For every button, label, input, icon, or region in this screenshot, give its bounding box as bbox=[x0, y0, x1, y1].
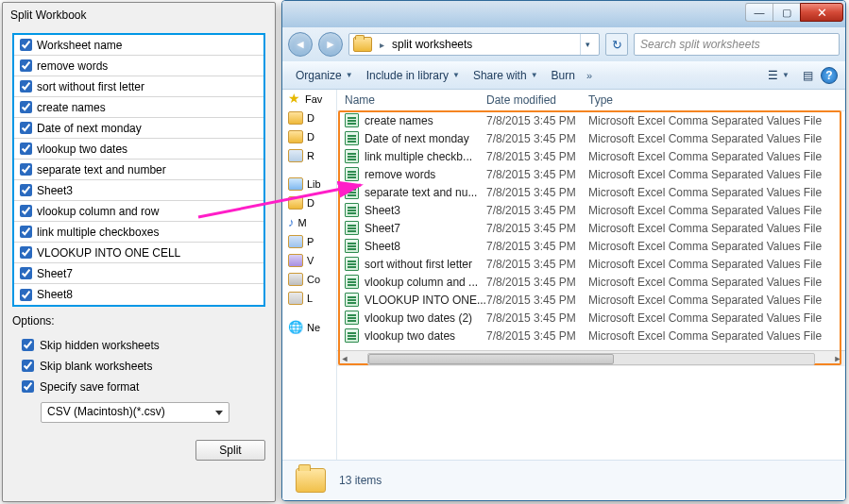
breadcrumb-sep-icon: ▸ bbox=[380, 40, 384, 50]
refresh-button[interactable]: ↻ bbox=[605, 33, 628, 56]
tree-item[interactable]: Lib bbox=[282, 175, 336, 193]
file-date: 7/8/2015 3:45 PM bbox=[486, 276, 588, 289]
col-type[interactable]: Type bbox=[588, 93, 845, 107]
file-name: vlookup column and ... bbox=[365, 276, 478, 289]
tree-item[interactable]: Co bbox=[282, 270, 336, 289]
worksheet-row[interactable]: separate text and number bbox=[14, 160, 263, 180]
worksheet-row[interactable]: vlookup column and row bbox=[14, 201, 263, 222]
tree-item[interactable]: ♪M bbox=[282, 212, 336, 232]
help-button[interactable]: ? bbox=[821, 67, 838, 84]
worksheet-row[interactable]: create names bbox=[14, 97, 263, 118]
worksheet-row[interactable]: sort without first letter bbox=[14, 76, 263, 97]
file-row[interactable]: create names7/8/2015 3:45 PMMicrosoft Ex… bbox=[337, 111, 845, 129]
option-save-format[interactable]: Specify save format bbox=[18, 378, 263, 395]
format-dropdown[interactable]: CSV (Macintosh)(*.csv) bbox=[41, 402, 229, 423]
horizontal-scrollbar[interactable]: ◄ ► bbox=[337, 350, 845, 366]
file-row[interactable]: sort without first letter7/8/2015 3:45 P… bbox=[337, 255, 845, 273]
skip-hidden-checkbox[interactable] bbox=[22, 339, 34, 351]
worksheet-checkbox[interactable] bbox=[20, 184, 32, 196]
worksheet-row[interactable]: remove words bbox=[14, 56, 263, 76]
minimize-button[interactable]: — bbox=[745, 3, 773, 22]
file-row[interactable]: Date of next monday7/8/2015 3:45 PMMicro… bbox=[337, 129, 845, 147]
worksheet-row[interactable]: Sheet7 bbox=[14, 263, 263, 284]
nav-tree[interactable]: ★FavDDRLibD♪MPVCoL🌐Ne bbox=[282, 90, 337, 460]
col-date[interactable]: Date modified bbox=[486, 93, 588, 107]
file-row[interactable]: separate text and nu...7/8/2015 3:45 PMM… bbox=[337, 183, 845, 201]
file-row[interactable]: Sheet87/8/2015 3:45 PMMicrosoft Excel Co… bbox=[337, 237, 845, 255]
column-headers[interactable]: Name Date modified Type bbox=[337, 90, 845, 111]
worksheet-checkbox[interactable] bbox=[20, 122, 32, 134]
file-name: vlookup two dates (2) bbox=[365, 311, 472, 325]
file-type: Microsoft Excel Comma Separated Values F… bbox=[588, 222, 845, 235]
tree-label: D bbox=[307, 131, 314, 143]
tree-item[interactable]: ★Fav bbox=[282, 90, 336, 109]
preview-pane-button[interactable]: ▤ bbox=[797, 66, 819, 85]
forward-button[interactable]: ► bbox=[318, 32, 343, 57]
scroll-track[interactable] bbox=[367, 353, 815, 365]
tree-item[interactable]: D bbox=[282, 193, 336, 212]
worksheet-checkbox[interactable] bbox=[20, 289, 32, 301]
window-titlebar[interactable]: — ▢ ✕ bbox=[282, 1, 845, 27]
scroll-thumb[interactable] bbox=[368, 354, 614, 364]
toolbar-overflow-icon[interactable]: » bbox=[583, 70, 596, 81]
file-row[interactable]: vlookup column and ...7/8/2015 3:45 PMMi… bbox=[337, 273, 845, 291]
include-menu[interactable]: Include in library▼ bbox=[361, 66, 466, 85]
select-all-checkbox[interactable] bbox=[20, 39, 32, 51]
worksheet-row[interactable]: link multiple checkboxes bbox=[14, 222, 263, 243]
address-bar[interactable]: ▸ split worksheets ▾ bbox=[348, 33, 600, 56]
nav-bar: ◄ ► ▸ split worksheets ▾ ↻ Search split … bbox=[282, 27, 845, 61]
file-row[interactable]: vlookup two dates7/8/2015 3:45 PMMicroso… bbox=[337, 327, 845, 344]
file-row[interactable]: Sheet77/8/2015 3:45 PMMicrosoft Excel Co… bbox=[337, 219, 845, 237]
worksheet-row[interactable]: Sheet8 bbox=[14, 284, 263, 305]
search-box[interactable]: Search split worksheets bbox=[634, 33, 840, 56]
file-type: Microsoft Excel Comma Separated Values F… bbox=[588, 311, 845, 325]
scroll-right-icon[interactable]: ► bbox=[830, 354, 845, 363]
maximize-button[interactable]: ▢ bbox=[773, 3, 801, 22]
worksheet-row[interactable]: Date of next monday bbox=[14, 118, 263, 139]
organize-menu[interactable]: Organize▼ bbox=[290, 66, 359, 85]
file-row[interactable]: link multiple checkb...7/8/2015 3:45 PMM… bbox=[337, 147, 845, 165]
col-name[interactable]: Name bbox=[345, 93, 486, 107]
option-skip-blank[interactable]: Skip blank worksheets bbox=[18, 357, 263, 375]
recent-icon bbox=[288, 149, 303, 162]
file-name: vlookup two dates bbox=[365, 329, 455, 343]
worksheet-checkbox[interactable] bbox=[20, 143, 32, 155]
worksheet-checkbox[interactable] bbox=[20, 80, 32, 92]
worksheet-name: vlookup column and row bbox=[37, 205, 159, 218]
file-date: 7/8/2015 3:45 PM bbox=[486, 132, 588, 145]
tree-item[interactable]: 🌐Ne bbox=[282, 317, 336, 337]
close-button[interactable]: ✕ bbox=[800, 3, 843, 22]
file-row[interactable]: vlookup two dates (2)7/8/2015 3:45 PMMic… bbox=[337, 309, 845, 327]
tree-item[interactable]: P bbox=[282, 232, 336, 251]
worksheet-checkbox[interactable] bbox=[20, 246, 32, 259]
worksheet-checkbox[interactable] bbox=[20, 205, 32, 217]
list-header-row[interactable]: Worksheet name bbox=[14, 35, 263, 56]
worksheet-checkbox[interactable] bbox=[20, 267, 32, 279]
scroll-left-icon[interactable]: ◄ bbox=[337, 354, 352, 363]
tree-item[interactable]: V bbox=[282, 251, 336, 270]
file-row[interactable]: remove words7/8/2015 3:45 PMMicrosoft Ex… bbox=[337, 165, 845, 183]
worksheet-row[interactable]: vlookup two dates bbox=[14, 139, 263, 160]
folder-icon bbox=[353, 37, 372, 52]
file-row[interactable]: Sheet37/8/2015 3:45 PMMicrosoft Excel Co… bbox=[337, 201, 845, 219]
share-menu[interactable]: Share with▼ bbox=[467, 66, 544, 85]
worksheet-checkbox[interactable] bbox=[20, 226, 32, 238]
split-button[interactable]: Split bbox=[195, 440, 265, 461]
tree-item[interactable]: D bbox=[282, 109, 336, 127]
tree-item[interactable]: R bbox=[282, 146, 336, 165]
worksheet-checkbox[interactable] bbox=[20, 163, 32, 176]
address-dropdown[interactable]: ▾ bbox=[580, 34, 595, 55]
file-row[interactable]: VLOOKUP INTO ONE...7/8/2015 3:45 PMMicro… bbox=[337, 291, 845, 309]
save-format-checkbox[interactable] bbox=[22, 380, 34, 393]
worksheet-row[interactable]: Sheet3 bbox=[14, 180, 263, 201]
tree-item[interactable]: L bbox=[282, 289, 336, 308]
worksheet-checkbox[interactable] bbox=[20, 101, 32, 113]
tree-item[interactable]: D bbox=[282, 127, 336, 146]
worksheet-row[interactable]: VLOOKUP INTO ONE CELL bbox=[14, 243, 263, 263]
skip-blank-checkbox[interactable] bbox=[22, 360, 34, 372]
burn-button[interactable]: Burn bbox=[546, 66, 581, 85]
view-menu[interactable]: ☰▼ bbox=[762, 66, 795, 85]
back-button[interactable]: ◄ bbox=[288, 32, 313, 57]
worksheet-checkbox[interactable] bbox=[20, 59, 32, 72]
option-skip-hidden[interactable]: Skip hidden worksheets bbox=[18, 336, 263, 354]
